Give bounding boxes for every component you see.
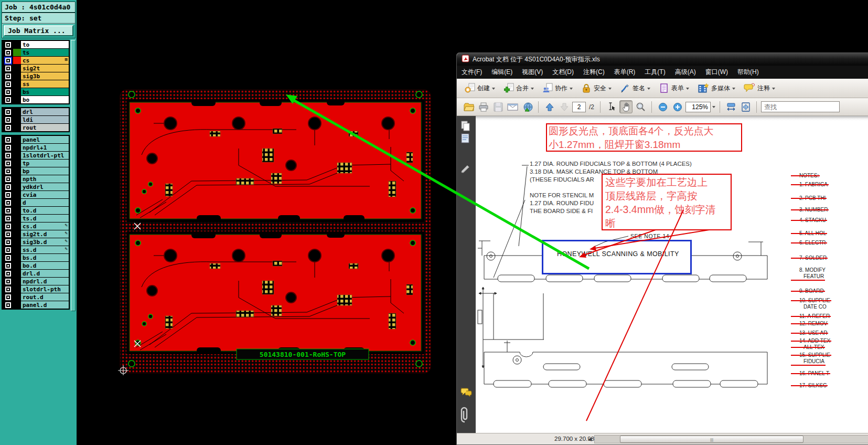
- layer-color-swatch[interactable]: [13, 80, 21, 88]
- layer-color-swatch[interactable]: [13, 254, 21, 261]
- layer-visibility-checkbox[interactable]: [5, 145, 11, 151]
- menu-item[interactable]: 窗口(W): [701, 68, 733, 77]
- page-number-input[interactable]: [572, 102, 586, 112]
- menu-item[interactable]: 文件(F): [457, 68, 487, 77]
- layer-color-swatch[interactable]: [13, 160, 21, 167]
- layer-visibility-checkbox[interactable]: [5, 153, 11, 158]
- layer-row-panel[interactable]: panel: [3, 136, 69, 143]
- layer-row-ts[interactable]: ts: [3, 49, 69, 56]
- attachments-paperclip-icon[interactable]: [460, 406, 473, 418]
- layer-row-cvia[interactable]: cvia: [3, 191, 69, 198]
- layer-color-swatch[interactable]: [13, 230, 21, 238]
- layer-row-to.d[interactable]: to.d: [3, 207, 69, 214]
- layer-color-swatch[interactable]: [13, 238, 21, 246]
- save-icon[interactable]: [491, 100, 505, 113]
- multimedia-button[interactable]: 多媒体: [695, 81, 738, 95]
- next-page-icon[interactable]: [558, 100, 571, 113]
- layer-row-ss[interactable]: ss: [3, 80, 69, 88]
- layer-visibility-checkbox[interactable]: [5, 58, 11, 63]
- bookmarks-panel-icon[interactable]: [460, 133, 473, 145]
- layer-color-swatch[interactable]: [13, 144, 21, 151]
- layer-visibility-checkbox[interactable]: [5, 208, 11, 214]
- layer-color-swatch[interactable]: [13, 262, 21, 269]
- layer-row-bo[interactable]: bo: [3, 96, 69, 103]
- layer-visibility-checkbox[interactable]: [5, 117, 11, 123]
- layer-color-swatch[interactable]: [13, 270, 21, 277]
- upload-globe-icon[interactable]: [521, 100, 534, 113]
- layer-color-swatch[interactable]: [13, 199, 21, 206]
- layer-color-swatch[interactable]: [13, 183, 21, 190]
- security-button[interactable]: 安全: [578, 81, 614, 95]
- layer-visibility-checkbox[interactable]: [5, 109, 11, 115]
- layer-row-cs.d[interactable]: cs.d✎: [3, 222, 69, 230]
- acrobat-title-bar[interactable]: Acrobat 文档 位于 4S01C0D4A0-预审指示.xls: [457, 53, 868, 66]
- hand-tool-icon[interactable]: [619, 100, 633, 113]
- menu-item[interactable]: 工具(T): [640, 68, 670, 77]
- layer-row-1slotdrl-ptl[interactable]: 1slotdrl-ptl: [3, 152, 69, 159]
- layer-row-drl.d[interactable]: drl.d: [3, 270, 69, 277]
- layer-visibility-checkbox[interactable]: [5, 287, 11, 292]
- layer-row-npth[interactable]: npth: [3, 175, 69, 183]
- layer-list-scrollbar[interactable]: [71, 40, 76, 311]
- zoom-caret-icon[interactable]: [712, 106, 715, 110]
- layer-row-drl[interactable]: drl: [3, 108, 69, 115]
- menu-item[interactable]: 文档(D): [548, 68, 578, 77]
- layer-visibility-checkbox[interactable]: [5, 168, 11, 174]
- create-button[interactable]: 创建: [462, 81, 498, 95]
- zoom-in-icon[interactable]: [671, 100, 684, 113]
- layer-row-sig2t[interactable]: sig2t: [3, 65, 69, 72]
- layer-color-swatch[interactable]: [13, 167, 21, 175]
- signatures-panel-icon[interactable]: [460, 162, 473, 175]
- layer-visibility-checkbox[interactable]: [5, 255, 11, 261]
- zoom-level-select[interactable]: 125%: [685, 102, 711, 112]
- layer-row-slotdrl-pth[interactable]: slotdrl-pth: [3, 285, 69, 293]
- layer-color-swatch[interactable]: [13, 152, 21, 159]
- layer-color-swatch[interactable]: [13, 278, 21, 285]
- find-input[interactable]: [761, 101, 840, 112]
- horizontal-scroll-thumb[interactable]: |||: [620, 436, 803, 443]
- layer-row-sig2t.d[interactable]: sig2t.d✎: [3, 230, 69, 238]
- menu-item[interactable]: 视图(V): [517, 68, 548, 77]
- marquee-zoom-icon[interactable]: [634, 100, 647, 113]
- layer-color-swatch[interactable]: [13, 175, 21, 183]
- sign-button[interactable]: 签名: [617, 81, 653, 95]
- pdf-document-page[interactable]: 圆形反光点，顶底面各4个，反光点大 小1.27mm，阻焊开窗3.18mm 1.2…: [476, 116, 868, 433]
- pcb-board-top[interactable]: [130, 99, 421, 222]
- layer-visibility-checkbox[interactable]: [5, 176, 11, 182]
- pcb-panel-view[interactable]: 50143810-001-RoHS-TOP: [118, 87, 433, 377]
- layer-row-bo.d[interactable]: bo.d: [3, 262, 69, 269]
- layer-row-ss.d[interactable]: ss.d✎: [3, 246, 69, 253]
- layer-visibility-checkbox[interactable]: [5, 81, 11, 87]
- collaborate-button[interactable]: 协作: [540, 81, 575, 95]
- open-folder-icon[interactable]: [462, 100, 475, 113]
- layer-row-npdrl.d[interactable]: npdrl.d: [3, 278, 69, 285]
- previous-page-icon[interactable]: [543, 100, 556, 113]
- layer-color-swatch[interactable]: [13, 96, 21, 103]
- layer-color-swatch[interactable]: [13, 65, 21, 72]
- layer-row-tp[interactable]: tp: [3, 160, 69, 167]
- menu-item[interactable]: 高级(A): [670, 68, 701, 77]
- layer-visibility-checkbox[interactable]: [5, 271, 11, 277]
- layer-color-swatch[interactable]: [13, 116, 21, 123]
- menu-item[interactable]: 注释(C): [578, 68, 609, 77]
- layer-color-swatch[interactable]: [13, 285, 21, 293]
- layer-row-bp[interactable]: bp: [3, 167, 69, 175]
- layer-visibility-checkbox[interactable]: [5, 231, 11, 237]
- pcb-board-bottom[interactable]: [130, 231, 421, 354]
- menu-item[interactable]: 编辑(E): [487, 68, 517, 77]
- layer-visibility-checkbox[interactable]: [5, 224, 11, 229]
- job-matrix-button[interactable]: Job Matrix ...: [4, 25, 73, 36]
- layer-row-d[interactable]: d: [3, 199, 69, 206]
- layer-color-swatch[interactable]: [13, 124, 21, 131]
- layer-visibility-checkbox[interactable]: [5, 200, 11, 206]
- print-icon[interactable]: [477, 100, 490, 113]
- comments-panel-icon[interactable]: [460, 387, 473, 399]
- hscroll-left-arrow-icon[interactable]: ◀: [588, 437, 592, 442]
- layer-row-bs[interactable]: bs: [3, 88, 69, 96]
- combine-button[interactable]: 合并: [501, 81, 537, 95]
- layer-color-swatch[interactable]: [13, 72, 21, 80]
- layer-color-swatch[interactable]: [13, 108, 21, 115]
- comment-button[interactable]: 注释: [741, 81, 778, 95]
- layer-color-swatch[interactable]: [13, 41, 21, 48]
- layer-row-rout.d[interactable]: rout.d: [3, 293, 69, 301]
